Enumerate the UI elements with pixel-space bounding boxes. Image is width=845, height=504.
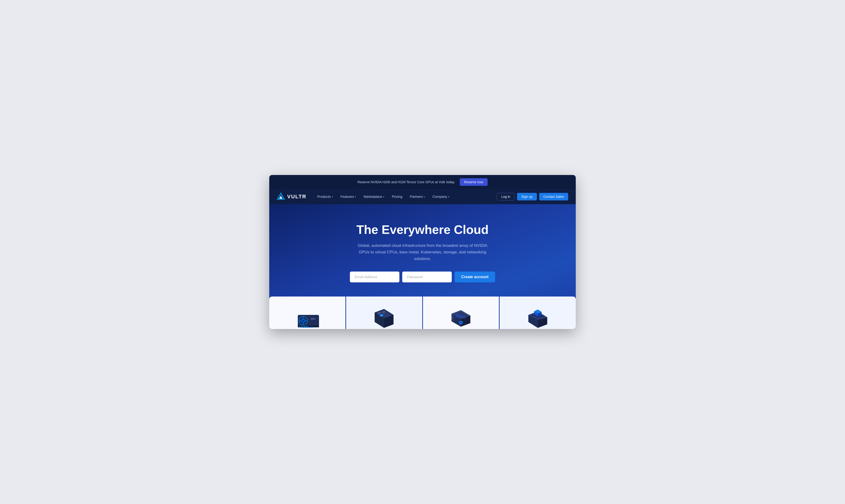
navbar: VULTR Products ▾ Features ▾ Marketplace … bbox=[269, 189, 576, 204]
product-card-gpu[interactable]: GPU bbox=[269, 296, 345, 329]
nav-links: Products ▾ Features ▾ Marketplace ▾ Pric… bbox=[314, 193, 497, 200]
product-card-baremetal[interactable] bbox=[422, 296, 499, 329]
hero-section: The Everywhere Cloud Global, automated c… bbox=[269, 204, 576, 329]
chevron-down-icon: ▾ bbox=[355, 196, 356, 198]
nav-item-company[interactable]: Company ▾ bbox=[429, 193, 452, 200]
product-card-storage[interactable] bbox=[499, 296, 576, 329]
signup-form: Create account bbox=[277, 272, 568, 282]
password-input[interactable] bbox=[402, 272, 452, 282]
email-input[interactable] bbox=[350, 272, 399, 282]
signup-button[interactable]: Sign up bbox=[517, 193, 537, 200]
svg-point-45 bbox=[460, 322, 462, 324]
svg-rect-13 bbox=[299, 326, 300, 327]
svg-rect-16 bbox=[306, 326, 308, 327]
chevron-down-icon: ▾ bbox=[383, 196, 384, 198]
announcement-banner: Reserve NVIDIA H200 and H100 Tensor Core… bbox=[269, 175, 576, 189]
compute-icon: + − ÷ bbox=[367, 303, 400, 329]
nav-item-marketplace[interactable]: Marketplace ▾ bbox=[360, 193, 387, 200]
product-card-compute[interactable]: + − ÷ bbox=[345, 296, 422, 329]
svg-text:GPU: GPU bbox=[311, 318, 315, 320]
chevron-down-icon: ▾ bbox=[424, 196, 425, 198]
baremetal-icon bbox=[445, 303, 478, 329]
logo-text: VULTR bbox=[287, 194, 307, 200]
reserve-now-button[interactable]: Reserve now bbox=[460, 178, 487, 186]
product-cards-row: GPU bbox=[269, 296, 576, 329]
nav-item-partners[interactable]: Partners ▾ bbox=[407, 193, 428, 200]
vultr-logo-icon bbox=[277, 193, 285, 201]
nav-item-pricing[interactable]: Pricing bbox=[389, 193, 406, 200]
svg-point-7 bbox=[302, 320, 304, 322]
nav-item-products[interactable]: Products ▾ bbox=[314, 193, 336, 200]
chevron-down-icon: ▾ bbox=[448, 196, 449, 198]
chevron-down-icon: ▾ bbox=[332, 196, 333, 198]
gpu-icon: GPU bbox=[291, 303, 324, 329]
hero-title: The Everywhere Cloud bbox=[277, 223, 568, 236]
storage-icon bbox=[521, 303, 554, 329]
browser-frame: Reserve NVIDIA H200 and H100 Tensor Core… bbox=[269, 175, 576, 329]
svg-rect-15 bbox=[304, 326, 305, 327]
contact-sales-button[interactable]: Contact Sales bbox=[539, 193, 568, 200]
svg-rect-18 bbox=[301, 327, 313, 328]
nav-item-features[interactable]: Features ▾ bbox=[337, 193, 359, 200]
svg-rect-14 bbox=[301, 326, 303, 327]
nav-actions: Log in Sign up Contact Sales bbox=[497, 193, 568, 200]
logo-link[interactable]: VULTR bbox=[277, 193, 307, 201]
login-button[interactable]: Log in bbox=[497, 193, 515, 200]
create-account-button[interactable]: Create account bbox=[454, 272, 495, 282]
hero-subtitle: Global, automated cloud infrastructure f… bbox=[354, 242, 491, 262]
banner-text: Reserve NVIDIA H200 and H100 Tensor Core… bbox=[358, 180, 455, 184]
